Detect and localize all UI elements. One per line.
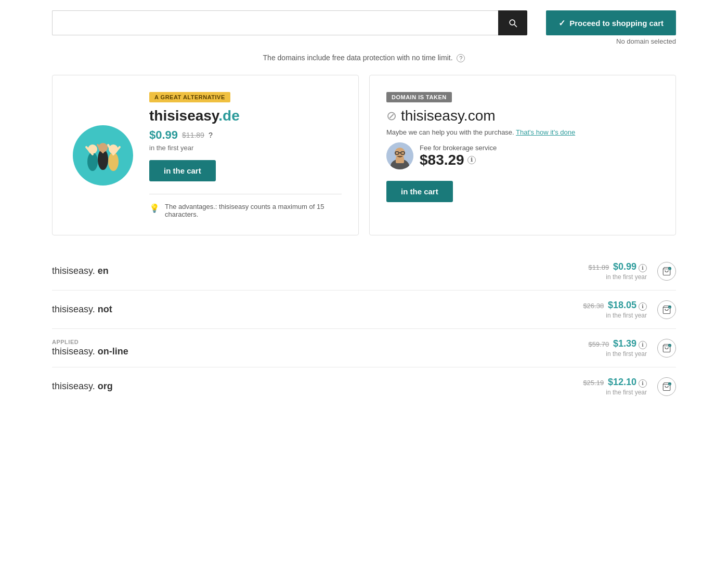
add-to-cart-row-button-2[interactable]: +	[657, 339, 676, 358]
alternative-card: A GREAT ALTERNATIVE thisiseasy.de $0.99 …	[52, 75, 359, 235]
svg-text:+: +	[669, 382, 670, 386]
table-row: thisiseasy. org $25.19 $12.10 ℹ in the f…	[52, 367, 676, 405]
table-row: thisiseasy. not $26.38 $18.05 ℹ in the f…	[52, 290, 676, 329]
info-text: The domains include free data protection…	[263, 54, 453, 62]
proceed-to-cart-button[interactable]: ✓ Proceed to shopping cart	[546, 10, 676, 35]
domain-name-0: thisiseasy. en	[52, 266, 588, 276]
price-current-left: $0.99	[149, 128, 178, 142]
price-help-icon-left[interactable]: ?	[209, 131, 213, 139]
price-info-icon-1[interactable]: ℹ	[639, 302, 647, 311]
search-button[interactable]	[498, 10, 527, 35]
bulb-icon: 💡	[149, 203, 160, 213]
search-input[interactable]: thisiseasy.com	[52, 10, 498, 35]
card-divider	[149, 194, 342, 194]
broker-fee-label: Fee for brokerage service	[420, 144, 497, 152]
info-help-icon[interactable]: ?	[457, 54, 465, 62]
domain-pricing-1: $26.38 $18.05 ℹ in the first year	[583, 300, 647, 319]
table-row: thisiseasy. en $11.89 $0.99 ℹ in the fir…	[52, 252, 676, 290]
add-to-cart-row-button-0[interactable]: +	[657, 262, 676, 281]
info-bar: The domains include free data protection…	[52, 54, 676, 62]
advantage-row: 💡 The advantages.: thisiseasy counts a m…	[149, 203, 342, 218]
domain-tld-left: .de	[218, 108, 239, 124]
svg-text:+: +	[669, 344, 670, 347]
brokerage-main-text: Maybe we can help you with the purchase.	[386, 128, 514, 136]
domain-taken-title: ⊘ thisiseasy.com	[386, 108, 659, 124]
broker-price: $83.29 ℹ	[420, 152, 497, 168]
taken-domain-name: thisiseasy.com	[401, 108, 496, 124]
price-info-icon-2[interactable]: ℹ	[639, 341, 647, 349]
price-info-icon-0[interactable]: ℹ	[639, 264, 647, 272]
add-to-cart-row-button-3[interactable]: +	[657, 377, 676, 396]
taken-card: DOMAIN IS TAKEN ⊘ thisiseasy.com Maybe w…	[369, 75, 676, 235]
taken-badge: DOMAIN IS TAKEN	[386, 92, 452, 102]
cart-icon-0: +	[662, 267, 671, 276]
broker-price-info-icon[interactable]: ℹ	[467, 156, 476, 164]
brokerage-text: Maybe we can help you with the purchase.…	[386, 128, 659, 136]
price-period-left: in the first year	[149, 144, 342, 152]
check-icon: ✓	[558, 18, 565, 28]
illustration-svg	[72, 124, 134, 187]
domain-list: thisiseasy. en $11.89 $0.99 ℹ in the fir…	[52, 252, 676, 405]
table-row: APPLIED thisiseasy. on-line $59.70 $1.39…	[52, 329, 676, 367]
add-to-cart-row-button-1[interactable]: +	[657, 300, 676, 319]
search-icon	[508, 18, 518, 28]
brokerage-link[interactable]: That's how it's done	[516, 128, 575, 136]
cart-icon-2: +	[662, 344, 671, 353]
taken-slash-icon: ⊘	[386, 109, 397, 123]
add-to-cart-button-left[interactable]: in the cart	[149, 160, 216, 181]
broker-avatar-svg	[386, 142, 413, 169]
broker-price-value: $83.29	[420, 152, 464, 168]
price-original-left: $11.89	[182, 131, 204, 139]
broker-row: Fee for brokerage service $83.29 ℹ	[386, 142, 659, 169]
card-illustration	[69, 92, 137, 218]
broker-info: Fee for brokerage service $83.29 ℹ	[420, 144, 497, 168]
svg-text:+: +	[669, 306, 670, 309]
alternative-badge: A GREAT ALTERNATIVE	[149, 92, 230, 102]
cart-icon-1: +	[662, 305, 671, 314]
domain-pricing-2: $59.70 $1.39 ℹ in the first year	[588, 338, 647, 358]
card-left-content: A GREAT ALTERNATIVE thisiseasy.de $0.99 …	[149, 92, 342, 218]
broker-avatar	[386, 142, 413, 169]
domain-name-2: APPLIED thisiseasy. on-line	[52, 339, 588, 357]
cards-row: A GREAT ALTERNATIVE thisiseasy.de $0.99 …	[52, 75, 676, 235]
no-domain-label: No domain selected	[616, 37, 676, 45]
domain-pricing-3: $25.19 $12.10 ℹ in the first year	[583, 377, 647, 396]
domain-pricing-0: $11.89 $0.99 ℹ in the first year	[588, 261, 647, 281]
add-to-cart-button-right[interactable]: in the cart	[386, 181, 453, 202]
domain-name-1: thisiseasy. not	[52, 304, 583, 315]
cart-icon-3: +	[662, 382, 671, 391]
advantage-text: The advantages.: thisiseasy counts a max…	[165, 203, 342, 218]
price-info-icon-3[interactable]: ℹ	[639, 379, 647, 388]
domain-base-left: thisiseasy	[149, 108, 218, 124]
svg-text:+: +	[669, 267, 670, 270]
svg-rect-14	[396, 157, 404, 163]
domain-name-3: thisiseasy. org	[52, 381, 583, 392]
proceed-button-label: Proceed to shopping cart	[569, 19, 664, 28]
domain-title-left: thisiseasy.de	[149, 108, 342, 124]
